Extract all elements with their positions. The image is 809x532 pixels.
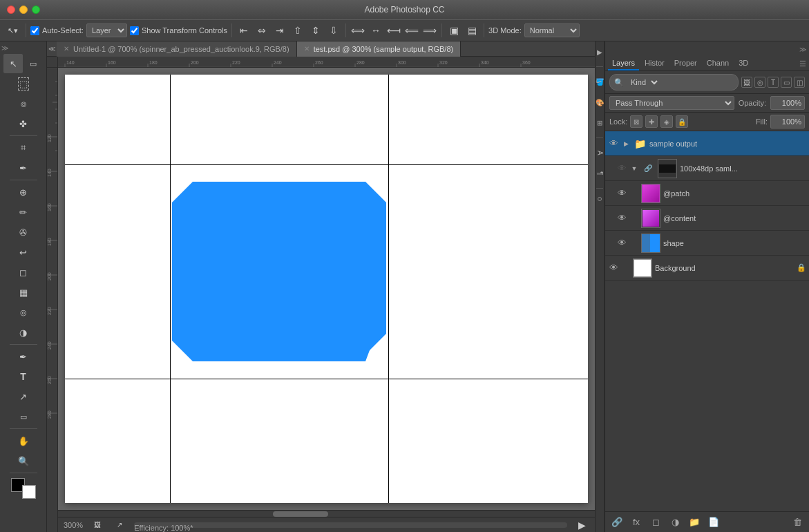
canvas-scrollbar-thumb[interactable] bbox=[273, 511, 328, 517]
tab-close-untitled[interactable]: ✕ bbox=[64, 45, 69, 53]
align-top-btn[interactable]: ⇧ bbox=[290, 23, 305, 38]
window-controls[interactable] bbox=[7, 6, 40, 14]
distribute-left-btn[interactable]: ⟺ bbox=[350, 23, 365, 38]
maximize-button[interactable] bbox=[32, 6, 40, 14]
play-btn[interactable]: ▶ bbox=[574, 517, 589, 533]
panel-menu-btn[interactable]: ☰ bbox=[799, 59, 806, 68]
minimize-button[interactable] bbox=[19, 6, 28, 14]
show-transform-checkbox[interactable]: Show Transform Controls bbox=[130, 26, 227, 35]
link-layers-btn[interactable]: 🔗 bbox=[609, 515, 625, 530]
layer-item-100x48dp[interactable]: 👁 ▼ 🔗 100x48dp saml... bbox=[605, 156, 809, 181]
layer-expand-100x48dp[interactable]: ▼ bbox=[630, 164, 638, 173]
group-layers-btn[interactable]: 📁 bbox=[687, 515, 702, 530]
quick-select-tool[interactable]: ✤ bbox=[14, 114, 33, 133]
distribute-center-btn[interactable]: ↔ bbox=[368, 23, 383, 38]
auto-select-checkbox[interactable]: Auto-Select: bbox=[30, 26, 84, 35]
eyedropper-tool[interactable]: ✒ bbox=[14, 158, 33, 178]
dodge-tool[interactable]: ◑ bbox=[14, 323, 33, 342]
move-tool-btn[interactable]: ↖▾ bbox=[4, 23, 21, 38]
align-right-btn[interactable]: ⇥ bbox=[272, 23, 287, 38]
clone-stamp-tool[interactable]: ✇ bbox=[14, 222, 33, 242]
hand-tool[interactable]: ✋ bbox=[14, 431, 33, 450]
text-tool[interactable]: T bbox=[14, 367, 33, 386]
fill-input[interactable] bbox=[770, 115, 805, 129]
filter-smart-btn[interactable]: ◫ bbox=[794, 77, 805, 88]
tab-close-test[interactable]: ✕ bbox=[304, 45, 310, 53]
play-tool-btn[interactable]: ▶ bbox=[596, 44, 604, 59]
layer-vis-shape[interactable]: 👁 bbox=[616, 238, 627, 249]
eraser-tool[interactable]: ◻ bbox=[14, 263, 33, 282]
shape-tool[interactable]: ▭ bbox=[14, 407, 33, 426]
lock-position-btn[interactable]: ✚ bbox=[645, 115, 658, 128]
layer-item-content[interactable]: 👁 @content bbox=[605, 206, 809, 231]
lock-artboard-btn[interactable]: ◈ bbox=[660, 115, 673, 128]
close-button[interactable] bbox=[7, 6, 15, 14]
filter-shape-btn[interactable]: ▭ bbox=[781, 77, 792, 88]
tab-test-psd[interactable]: ✕ test.psd @ 300% (sample output, RGB/8) bbox=[297, 41, 461, 57]
blur-tool[interactable]: ◎ bbox=[14, 303, 33, 322]
paint-bucket-btn[interactable]: 🪣 bbox=[596, 74, 604, 89]
color-swatches[interactable] bbox=[11, 478, 36, 499]
align-center-h-btn[interactable]: ⇔ bbox=[254, 23, 269, 38]
zoom-info-btn[interactable]: 🖼 bbox=[90, 517, 105, 533]
zoom-tool[interactable]: 🔍 bbox=[14, 451, 33, 471]
layer-vis-patch[interactable]: 👁 bbox=[616, 188, 627, 199]
layer-styles-btn[interactable]: fx bbox=[629, 515, 644, 530]
auto-select-input[interactable] bbox=[30, 26, 39, 35]
grid-btn[interactable]: ⊞ bbox=[596, 115, 604, 131]
layer-vis-background[interactable]: 👁 bbox=[608, 263, 619, 274]
tab-history[interactable]: Histor bbox=[640, 57, 669, 70]
panel-collapse-btn[interactable]: ≫ bbox=[799, 46, 806, 53]
show-transform-input[interactable] bbox=[130, 26, 139, 35]
filter-type-btn[interactable]: T bbox=[768, 77, 779, 88]
align-bottom-btn[interactable]: ⇩ bbox=[326, 23, 341, 38]
new-layer-btn[interactable]: 📄 bbox=[706, 515, 721, 530]
canvas-scrollbar-h[interactable] bbox=[58, 510, 595, 517]
align-left-btn[interactable]: ⇤ bbox=[236, 23, 251, 38]
blend-mode-select[interactable]: Pass Through Normal Dissolve Darken Mult… bbox=[609, 96, 734, 110]
canvas-workspace[interactable] bbox=[58, 68, 595, 510]
canvas-viewport[interactable] bbox=[58, 68, 595, 510]
delete-layer-btn[interactable]: 🗑 bbox=[790, 515, 805, 530]
filter-pixel-btn[interactable]: 🖼 bbox=[741, 77, 752, 88]
brush-tool[interactable]: ✏ bbox=[14, 202, 33, 222]
layer-item-patch[interactable]: 👁 @patch bbox=[605, 181, 809, 206]
path-selection-tool[interactable]: ↗ bbox=[14, 387, 33, 406]
crop-tool[interactable]: ⌗ bbox=[14, 138, 33, 158]
tab-properties[interactable]: Proper bbox=[670, 57, 701, 70]
layer-vis-content[interactable]: 👁 bbox=[616, 213, 627, 224]
3d-mode-dropdown[interactable]: Normal bbox=[524, 23, 580, 37]
lasso-tool[interactable]: ⌾ bbox=[14, 94, 33, 113]
pen-tool[interactable]: ✒ bbox=[14, 347, 33, 366]
canvas-size2-btn[interactable]: ▤ bbox=[464, 23, 479, 38]
tab-channels[interactable]: Chann bbox=[703, 57, 733, 70]
type-tool-mid[interactable]: A bbox=[596, 145, 604, 160]
adjustment-btn[interactable]: ◑ bbox=[667, 515, 683, 530]
layer-item-sample-output[interactable]: 👁 ▶ 📁 sample output bbox=[605, 131, 809, 156]
align-center-v-btn[interactable]: ⇕ bbox=[308, 23, 323, 38]
opacity-input[interactable] bbox=[770, 96, 805, 110]
distribute-right-btn[interactable]: ⟻ bbox=[386, 23, 401, 38]
layer-item-shape[interactable]: 👁 shape bbox=[605, 231, 809, 256]
artboard-tool[interactable]: ▭ bbox=[23, 54, 43, 73]
lock-all-btn[interactable]: 🔒 bbox=[676, 115, 688, 128]
tab-3d[interactable]: 3D bbox=[734, 57, 752, 70]
layer-vis-sample-output[interactable]: 👁 bbox=[608, 138, 619, 149]
export-btn[interactable]: ↗ bbox=[112, 517, 127, 533]
layer-item-background[interactable]: 👁 Background 🔒 bbox=[605, 256, 809, 281]
toolbox-collapse[interactable]: ≫ bbox=[1, 44, 8, 52]
move-tool[interactable]: ↖ bbox=[3, 54, 23, 73]
layer-expand-sample-output[interactable]: ▶ bbox=[622, 140, 630, 148]
canvas-size-btn[interactable]: ▣ bbox=[446, 23, 461, 38]
lock-pixels-btn[interactable]: ⊠ bbox=[630, 115, 643, 128]
para-tool-mid[interactable]: ¶ bbox=[596, 166, 604, 181]
distribute-top-btn[interactable]: ⟸ bbox=[404, 23, 419, 38]
kind-select[interactable]: Kind bbox=[626, 75, 660, 89]
tab-scroll-left[interactable]: ≪ bbox=[47, 45, 57, 53]
layer-vis-100x48dp[interactable]: 👁 bbox=[616, 163, 627, 174]
distribute-v-btn[interactable]: ⟹ bbox=[422, 23, 437, 38]
gradient-tool[interactable]: ▦ bbox=[14, 283, 33, 302]
color-adj-btn[interactable]: 🎨 bbox=[596, 95, 604, 110]
tab-layers[interactable]: Layers bbox=[608, 57, 639, 70]
layer-mask-btn[interactable]: ◻ bbox=[648, 515, 663, 530]
